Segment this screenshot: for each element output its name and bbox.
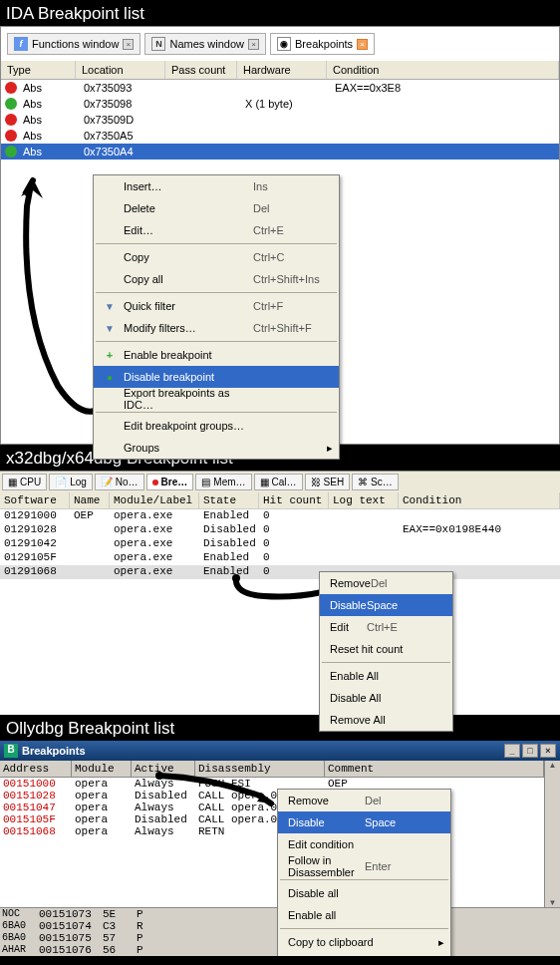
col-disasm[interactable]: Disassembly [195,761,325,777]
menu-disable[interactable]: DisableSpace [320,594,452,616]
col-module[interactable]: Module [72,761,132,777]
menu-reset[interactable]: Reset hit count [320,638,452,660]
col-state[interactable]: State [199,492,259,508]
table-row[interactable]: Abs0x7350A5 [1,128,559,144]
menu-copyall[interactable]: Copy allCtrl+Shift+Ins [94,268,339,290]
xtab-memory[interactable]: Mem… [195,474,251,490]
ida-table-header: Type Location Pass count Hardware Condit… [1,61,559,80]
table-row[interactable]: 01291042opera.exeDisabled0 [0,537,560,551]
menu-insert[interactable]: Insert…Ins [94,175,339,197]
close-icon[interactable]: × [357,39,368,50]
menu-removeall[interactable]: Remove All [320,709,452,731]
col-condition[interactable]: Condition [327,61,559,79]
col-hardware[interactable]: Hardware [237,61,327,79]
tab-label: Functions window [32,38,119,50]
xtab-log[interactable]: Log [49,474,93,490]
menu-editcond[interactable]: Edit condition [278,833,450,855]
minimize-button[interactable]: _ [504,744,520,758]
ida-tab-bar: fFunctions window× NNames window× ◉Break… [1,27,559,61]
col-location[interactable]: Location [76,61,165,79]
xtab-script[interactable]: Sc… [352,474,399,490]
menu-follow[interactable]: Follow in DisassemblerEnter [278,855,450,877]
bp-state-icon [5,146,17,158]
menu-disableall[interactable]: Disable All [320,687,452,709]
tab-label: Breakpoints [295,38,353,50]
cpu-icon [8,477,17,487]
annotation-arrow [3,176,103,426]
xtab-notes[interactable]: No… [95,474,144,490]
menu-quickfilter[interactable]: Quick filterCtrl+F [94,295,339,317]
close-icon[interactable]: × [123,39,134,50]
table-row[interactable]: 01291028opera.exeDisabled0EAX==0x0198E44… [0,523,560,537]
seh-icon [311,477,321,487]
menu-enableall[interactable]: Enable All [320,665,452,687]
xtab-callstack[interactable]: Cal… [254,474,303,490]
table-row[interactable]: Abs0x7350A4 [1,144,559,160]
col-address[interactable]: Address [0,761,72,777]
table-row[interactable]: 00151000operaAlwaysPUSH ESIOEP [0,778,544,790]
close-icon[interactable]: × [248,39,259,50]
xtab-breakpoints[interactable]: Bre… [146,474,194,490]
col-cond[interactable]: Condition [399,492,560,508]
menu-enable-bp[interactable]: Enable breakpoint [94,344,339,366]
menu-disable[interactable]: DisableSpace [278,811,450,833]
separator [96,292,337,293]
menu-disableall[interactable]: Disable all [278,882,450,904]
disable-bp-icon [100,372,120,383]
table-row[interactable]: Abs0x73509D [1,112,559,128]
xtab-seh[interactable]: SEH [305,474,351,490]
table-row[interactable]: Abs0x735098X (1 byte) [1,96,559,112]
menu-export[interactable]: Export breakpoints as IDC… [94,388,339,410]
log-icon [55,477,67,487]
bp-state-icon [5,114,17,126]
col-pass[interactable]: Pass count [165,61,237,79]
col-module[interactable]: Module/Label [110,492,199,508]
scroll-down-icon[interactable]: ▼ [549,898,557,907]
table-row[interactable]: 0129105Fopera.exeEnabled0 [0,551,560,565]
menu-copy[interactable]: Copy to clipboard▸ [278,931,450,953]
bp-state-icon [5,98,17,110]
table-row[interactable]: 00151047operaAlwaysCALL opera.00 [0,802,544,813]
separator [322,662,450,663]
col-name[interactable]: Name [70,492,110,508]
table-row[interactable]: 00151028operaDisabledCALL opera.00151EE1 [0,790,544,802]
col-log[interactable]: Log text [329,492,399,508]
tab-names[interactable]: NNames window× [144,33,266,55]
submenu-arrow-icon: ▸ [434,936,444,949]
section-title-ida: IDA Breakpoint list [0,0,560,26]
menu-modifyfilters[interactable]: Modify filters…Ctrl+Shift+F [94,317,339,339]
scroll-up-icon[interactable]: ▲ [549,761,557,770]
menu-edit[interactable]: Edit…Ctrl+E [94,219,339,241]
menu-remove[interactable]: RemoveDel [278,790,450,811]
col-hit[interactable]: Hit count [259,492,329,508]
menu-remove[interactable]: RemoveDel [320,572,452,594]
col-comment[interactable]: Comment [325,761,544,777]
menu-enableall[interactable]: Enable all [278,904,450,926]
menu-disable-bp[interactable]: Disable breakpoint [94,366,339,388]
menu-delete[interactable]: DeleteDel [94,197,339,219]
table-row[interactable]: 01291000OEPopera.exeEnabled0 [0,509,560,523]
tab-breakpoints[interactable]: ◉Breakpoints× [270,33,375,55]
col-type[interactable]: Type [1,61,76,79]
menu-edit[interactable]: EditCtrl+E [320,616,452,638]
menu-appearance[interactable]: Appearance▸ [278,953,450,956]
close-button[interactable]: × [540,744,556,758]
separator [96,341,337,342]
breakpoints-window-icon: B [4,744,18,758]
table-row[interactable]: 00151068operaAlwaysRETN [0,825,544,837]
tab-functions[interactable]: fFunctions window× [7,33,140,55]
table-row[interactable]: 01291068opera.exeEnabled0 [0,565,560,579]
menu-groups[interactable]: Groups▸ [94,437,339,459]
menu-copy[interactable]: CopyCtrl+C [94,246,339,268]
separator [96,243,337,244]
olly-context-menu: RemoveDel DisableSpace Edit condition Fo… [277,789,451,956]
maximize-button[interactable]: □ [522,744,538,758]
col-software[interactable]: Software [0,492,70,508]
notes-icon [101,477,113,487]
xtab-cpu[interactable]: CPU [2,474,47,490]
scrollbar[interactable]: ▲▼ [544,761,560,907]
table-row[interactable]: 0015105FoperaDisabledCALL opera.00 [0,813,544,825]
menu-editgroups[interactable]: Edit breakpoint groups… [94,415,339,437]
table-row[interactable]: Abs0x735093EAX==0x3E8 [1,80,559,96]
col-active[interactable]: Active [132,761,195,777]
